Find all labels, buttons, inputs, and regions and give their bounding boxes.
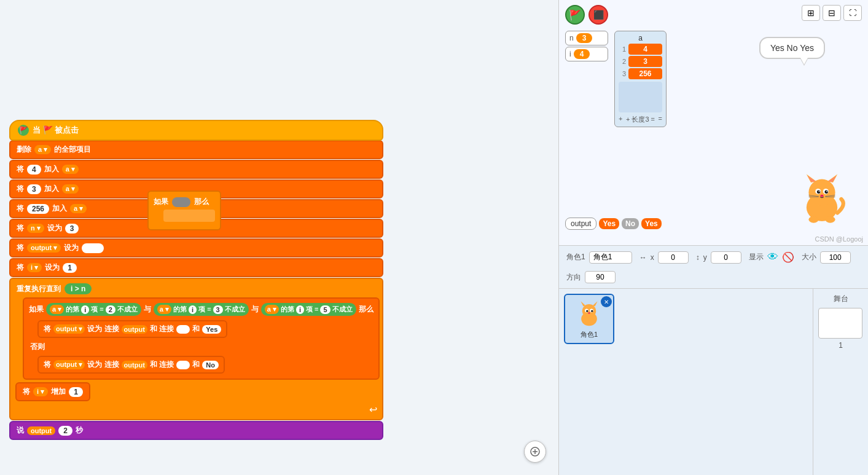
array-row-3: 3 256 (619, 68, 662, 79)
hat-label: 当 🚩 被点击 (33, 125, 79, 136)
cat-sprite[interactable] (794, 171, 850, 227)
sprite-properties: 角色1 ↔ x ↕ y 显示 👁 🚫 (559, 246, 868, 289)
sprite-dir-input[interactable] (585, 271, 616, 283)
zoom-control[interactable] (524, 441, 546, 463)
block-increment-i[interactable]: 将 i ▾ 增加 1 (15, 382, 90, 401)
flag-button[interactable]: 🚩 (565, 5, 585, 25)
svg-point-30 (588, 312, 590, 313)
var-monitor-i: i 4 (565, 47, 608, 61)
hat-block-when-flag[interactable]: 🚩 当 🚩 被点击 (9, 120, 383, 141)
array-footer: + + 长度3 = = (619, 115, 662, 124)
sprites-list: ✕ 角色1 (559, 289, 813, 475)
block-repeat-until[interactable]: 重复执行直到 i > n 如果 a ▾ 的第 i (9, 278, 383, 420)
block-say[interactable]: 说 output 2 秒 (9, 421, 383, 440)
block-set-i[interactable]: 将 i ▾ 设为 1 (9, 258, 383, 277)
array-row-2: 2 3 (619, 56, 662, 67)
svg-point-28 (586, 310, 588, 312)
stage-section: 舞台 1 (813, 289, 868, 475)
block-delete-all[interactable]: 删除 a ▾ 的全部项目 (9, 140, 383, 159)
loop-arrow: ↩ (13, 402, 380, 417)
floating-if-block[interactable]: 如果 那么 (147, 190, 221, 230)
output-monitor: output Yes No Yes (565, 218, 662, 230)
layout-btn-2[interactable]: ⊟ (823, 5, 841, 21)
svg-point-11 (817, 190, 820, 194)
var-monitor-n: n 3 (565, 31, 608, 45)
svg-point-4 (808, 179, 835, 206)
array-row-1: 1 4 (619, 44, 662, 55)
svg-marker-7 (808, 176, 816, 182)
layout-btn-1[interactable]: ⊞ (802, 5, 820, 21)
sprite-delete-btn[interactable]: ✕ (601, 296, 612, 307)
block-set-output-yes[interactable]: 将 output ▾ 设为 连接 output 和 连接 和 Yes (37, 320, 227, 338)
svg-point-15 (820, 195, 823, 197)
block-set-output-empty[interactable]: 将 output ▾ 设为 (9, 238, 383, 257)
eye-hide-icon[interactable]: 🚫 (782, 251, 794, 263)
block-add-4[interactable]: 将 4 加入 a ▾ (9, 160, 383, 179)
svg-point-12 (825, 190, 828, 194)
svg-point-23 (582, 304, 596, 318)
sprite-name-input[interactable] (589, 251, 632, 264)
sprite-x-input[interactable] (658, 251, 689, 264)
block-set-output-no[interactable]: 将 output ▾ 设为 连接 output 和 连接 和 No (37, 356, 225, 374)
sprite-stage-section: ✕ 角色1 (559, 289, 868, 475)
array-monitor: a 1 4 2 3 3 256 + + 长度3 = = (614, 31, 667, 127)
stage-controls: 🚩 ⬛ (565, 5, 608, 25)
code-workspace[interactable]: 🚩 当 🚩 被点击 删除 a ▾ 的全部项目 将 4 加入 a ▾ (0, 0, 559, 475)
svg-marker-8 (828, 176, 837, 182)
svg-marker-24 (581, 301, 585, 306)
svg-point-13 (819, 191, 820, 192)
watermark: CSDN @Logooj (815, 235, 863, 243)
speech-bubble: Yes No Yes (759, 37, 825, 59)
sprite-size-input[interactable] (820, 251, 851, 264)
svg-point-21 (825, 216, 835, 223)
eye-show-icon[interactable]: 👁 (767, 251, 778, 264)
else-label: 否则 (26, 340, 376, 353)
stop-button[interactable]: ⬛ (588, 5, 608, 25)
sprite-card-1[interactable]: ✕ 角色1 (564, 294, 614, 344)
fullscreen-btn[interactable]: ⛶ (843, 5, 862, 21)
layout-buttons: ⊞ ⊟ ⛶ (802, 5, 862, 21)
stage-preview[interactable] (818, 308, 862, 339)
svg-point-20 (808, 216, 818, 223)
svg-marker-25 (593, 301, 598, 306)
svg-point-29 (591, 310, 593, 312)
sprite-y-input[interactable] (711, 251, 741, 264)
svg-point-14 (826, 191, 827, 192)
